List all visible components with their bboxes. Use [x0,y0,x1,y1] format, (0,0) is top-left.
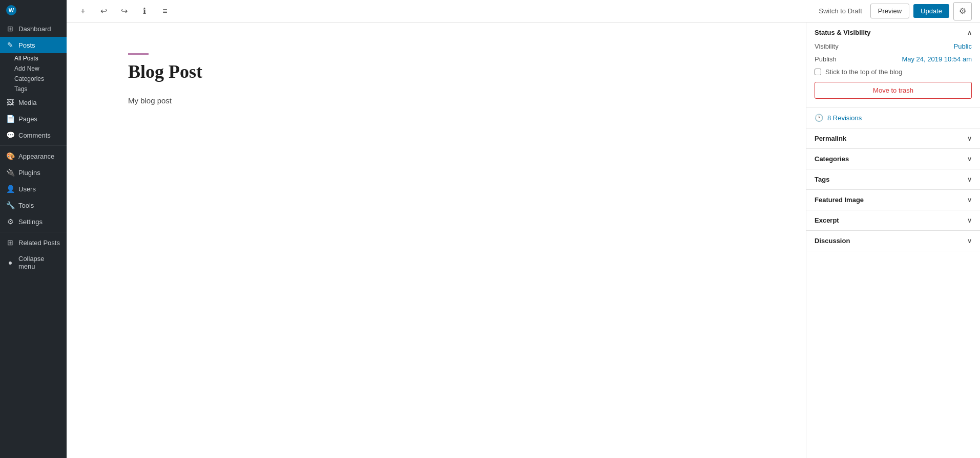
post-title[interactable]: Blog Post [128,61,744,82]
sidebar-item-users[interactable]: 👤 Users [0,181,67,197]
revisions-row: 🕐 8 Revisions [806,107,980,128]
undo-icon: ↩ [100,6,107,16]
sidebar-sub-add-new[interactable]: Add New [0,63,67,74]
stick-to-top-checkbox[interactable] [815,69,821,75]
redo-icon: ↪ [121,6,128,16]
sidebar-sub-all-posts[interactable]: All Posts [0,53,67,63]
sidebar-item-label: Settings [18,218,43,226]
menu-icon: ≡ [162,7,167,16]
sidebar-item-pages[interactable]: 📄 Pages [0,111,67,127]
users-icon: 👤 [6,185,14,193]
chevron-down-icon-5: ∨ [967,217,972,224]
sidebar-item-plugins[interactable]: 🔌 Plugins [0,164,67,181]
sidebar-item-tools[interactable]: 🔧 Tools [0,197,67,213]
plugins-icon: 🔌 [6,168,14,177]
add-icon: + [80,7,85,16]
status-visibility-body: Visibility Public Publish May 24, 2019 1… [806,42,980,107]
excerpt-title: Excerpt [815,216,839,224]
visibility-label: Visibility [815,42,839,50]
sidebar-item-label: Appearance [18,152,54,160]
visibility-value[interactable]: Public [954,42,972,50]
undo-button[interactable]: ↩ [95,3,112,19]
menu-button[interactable]: ≡ [157,3,173,19]
sidebar-item-dashboard[interactable]: ⊞ Dashboard [0,20,67,37]
categories-header[interactable]: Categories ∨ [806,149,980,169]
sidebar-item-label: Tools [18,202,34,209]
categories-section: Categories ∨ [806,149,980,169]
featured-image-header[interactable]: Featured Image ∨ [806,190,980,210]
chevron-up-icon: ∧ [967,29,972,36]
collapse-icon: ● [6,258,14,267]
publish-value[interactable]: May 24, 2019 10:54 am [902,55,972,63]
sidebar-item-label: Collapse menu [18,255,60,270]
featured-image-section: Featured Image ∨ [806,190,980,210]
chevron-down-icon: ∨ [967,135,972,142]
status-visibility-section: Status & Visibility ∧ Visibility Public … [806,23,980,107]
sidebar-item-related-posts[interactable]: ⊞ Related Posts [0,234,67,251]
add-button[interactable]: + [75,3,91,19]
sidebar: W ⊞ Dashboard ✎ Posts All Posts Add New … [0,0,67,458]
publish-label: Publish [815,55,837,63]
discussion-title: Discussion [815,237,850,245]
sidebar-item-collapse[interactable]: ● Collapse menu [0,251,67,274]
discussion-section: Discussion ∨ [806,231,980,251]
permalink-title: Permalink [815,135,846,142]
tags-section: Tags ∨ [806,169,980,190]
sidebar-item-media[interactable]: 🖼 Media [0,94,67,111]
move-to-trash-button[interactable]: Move to trash [815,82,972,99]
sidebar-item-posts[interactable]: ✎ Posts [0,37,67,53]
comments-icon: 💬 [6,131,14,139]
chevron-down-icon-2: ∨ [967,156,972,163]
gear-icon: ⚙ [959,6,966,16]
sidebar-item-settings[interactable]: ⚙ Settings [0,213,67,230]
settings-gear-button[interactable]: ⚙ [953,2,972,20]
sidebar-item-label: Media [18,99,36,106]
topbar-right: Switch to Draft Preview Update ⚙ [815,2,972,20]
tags-header[interactable]: Tags ∨ [806,169,980,189]
sidebar-item-label: Dashboard [18,25,51,33]
status-visibility-title: Status & Visibility [815,29,871,36]
settings-icon: ⚙ [6,217,14,226]
stick-to-top-row: Stick to the top of the blog [815,68,972,76]
sidebar-sub-categories[interactable]: Categories [0,74,67,84]
wordpress-icon: W [6,5,16,15]
visibility-row: Visibility Public [815,42,972,50]
tools-icon: 🔧 [6,201,14,209]
sidebar-item-appearance[interactable]: 🎨 Appearance [0,148,67,164]
sidebar-item-label: Posts [18,41,35,49]
discussion-header[interactable]: Discussion ∨ [806,231,980,251]
sidebar-item-comments[interactable]: 💬 Comments [0,127,67,143]
featured-image-title: Featured Image [815,196,864,204]
chevron-down-icon-4: ∨ [967,197,972,204]
sidebar-item-label: Pages [18,115,37,123]
switch-to-draft-link[interactable]: Switch to Draft [815,5,866,17]
publish-row: Publish May 24, 2019 10:54 am [815,55,972,63]
redo-button[interactable]: ↪ [116,3,132,19]
sidebar-item-label: Related Posts [18,239,60,247]
posts-icon: ✎ [6,41,14,49]
revisions-icon: 🕐 [815,114,823,122]
excerpt-section: Excerpt ∨ [806,210,980,231]
update-button[interactable]: Update [913,4,949,18]
editor-area[interactable]: Blog Post My blog post [67,23,806,458]
post-content[interactable]: My blog post [128,95,744,107]
panel-body: Status & Visibility ∧ Visibility Public … [806,23,980,458]
permalink-header[interactable]: Permalink ∨ [806,128,980,148]
revisions-link[interactable]: 8 Revisions [827,114,862,122]
topbar: + ↩ ↪ ℹ ≡ Switch to Draft Preview Update… [67,0,980,23]
status-visibility-header[interactable]: Status & Visibility ∧ [806,23,980,42]
post-title-bar [128,53,149,55]
sidebar-item-label: Comments [18,132,51,139]
info-button[interactable]: ℹ [136,3,153,19]
info-icon: ℹ [143,6,146,16]
permalink-section: Permalink ∨ [806,128,980,149]
excerpt-header[interactable]: Excerpt ∨ [806,210,980,230]
appearance-icon: 🎨 [6,152,14,160]
sidebar-sub-tags[interactable]: Tags [0,84,67,94]
stick-to-top-label: Stick to the top of the blog [825,68,902,76]
sidebar-item-label: Users [18,185,36,193]
right-panel: Document Block ✕ Status & Visibility ∧ V… [806,0,980,458]
media-icon: 🖼 [6,98,14,106]
sidebar-divider-2 [0,232,67,232]
preview-button[interactable]: Preview [870,4,909,18]
